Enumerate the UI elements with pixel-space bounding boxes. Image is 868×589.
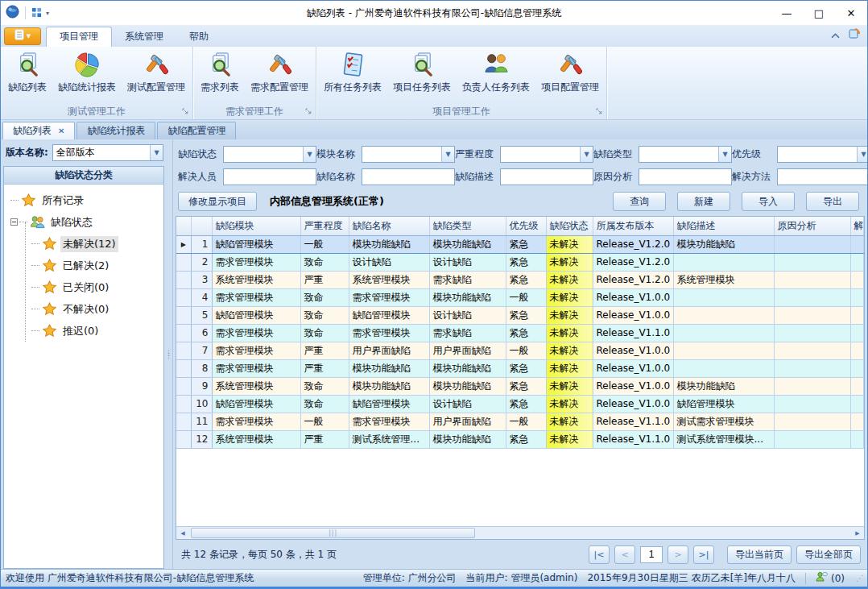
grid-cell[interactable]: 需求管理模块	[212, 324, 300, 342]
grid-cell[interactable]	[774, 430, 850, 448]
grid-cell[interactable]: 需求缺陷	[429, 271, 506, 288]
grid-cell[interactable]: 致命	[300, 377, 349, 395]
grid-cell[interactable]: 未解决	[546, 395, 593, 413]
grid-cell[interactable]: 系统管理模块	[349, 271, 429, 288]
grid-cell[interactable]	[774, 306, 850, 324]
grid-cell[interactable]: 严重	[300, 359, 349, 377]
grid-cell[interactable]: 缺陷管理模块	[212, 306, 300, 324]
grid-row[interactable]: 8需求管理模块严重模块功能缺陷模块功能缺陷紧急未解决Release_V1.0.0	[176, 359, 864, 377]
column-header[interactable]: 解决方法	[850, 217, 864, 235]
grid-cell[interactable]: 模块功能缺陷	[673, 235, 774, 253]
grid-cell[interactable]: 系统管理模块	[673, 271, 774, 288]
grid-cell[interactable]: 模块功能缺陷	[349, 377, 429, 395]
row-selector-cell[interactable]	[176, 377, 191, 395]
grid-cell[interactable]: Release_V1.0.0	[593, 288, 673, 306]
ribbon-button-owner-tasks[interactable]: 负责人任务列表	[457, 48, 535, 103]
export-all-pages-button[interactable]: 导出全部页	[796, 545, 861, 564]
grid-cell[interactable]: 未解决	[546, 253, 593, 271]
grid-cell[interactable]: 需求管理模块	[349, 288, 429, 306]
row-selector-cell[interactable]	[176, 271, 191, 288]
import-button[interactable]: 导入	[742, 192, 795, 211]
dialog-launcher-icon[interactable]	[305, 106, 312, 117]
row-selector-cell[interactable]	[176, 430, 191, 448]
grid-cell[interactable]	[673, 288, 774, 306]
grid-cell[interactable]: 设计缺陷	[429, 253, 506, 271]
grid-row[interactable]: 11需求管理模块一般需求管理模块用户界面缺陷一般未解决Release_V1.1.…	[176, 413, 864, 430]
grid-cell[interactable]: 致命	[300, 306, 349, 324]
grid-cell[interactable]	[774, 413, 850, 430]
dialog-launcher-icon[interactable]	[596, 106, 602, 117]
grid-cell[interactable]: 紧急	[506, 359, 546, 377]
grid-cell[interactable]: 一般	[300, 235, 349, 253]
grid-cell[interactable]: 未解决	[546, 235, 593, 253]
column-header[interactable]: 所属发布版本	[593, 217, 673, 235]
grid-cell[interactable]	[850, 324, 864, 342]
grid-cell[interactable]: 一般	[506, 342, 546, 359]
app-menu-button[interactable]: ▼	[4, 27, 41, 45]
column-header[interactable]: 缺陷名称	[349, 217, 429, 235]
scrollbar-track[interactable]	[189, 527, 851, 539]
next-page-button[interactable]: >	[668, 545, 688, 564]
chevron-down-icon[interactable]: ▼	[150, 145, 163, 160]
grid-cell[interactable]	[850, 306, 864, 324]
grid-cell[interactable]: 紧急	[506, 377, 546, 395]
grid-cell[interactable]: 模块功能缺陷	[429, 288, 506, 306]
column-header[interactable]: 原因分析	[774, 217, 850, 235]
filter-combo-module-name[interactable]: ▼	[362, 146, 455, 163]
grid-cell[interactable]: Release_V1.0.0	[593, 342, 673, 359]
grid-cell[interactable]: 未解决	[546, 413, 593, 430]
filter-combo-defect-type[interactable]: ▼	[639, 146, 732, 163]
grid-cell[interactable]: 模块功能缺陷	[349, 235, 429, 253]
grid-row[interactable]: 2需求管理模块致命设计缺陷设计缺陷紧急未解决Release_V1.2.0	[176, 253, 864, 271]
row-selector-cell[interactable]	[176, 288, 191, 306]
version-select[interactable]: 全部版本 ▼	[52, 144, 163, 161]
column-header[interactable]: 严重程度	[300, 217, 349, 235]
grid-cell[interactable]: 一般	[300, 413, 349, 430]
chevron-down-icon[interactable]: ▼	[441, 147, 454, 162]
doc-tab-defect-config[interactable]: 缺陷配置管理	[157, 122, 236, 139]
doc-tab-defect-list[interactable]: 缺陷列表 ✕	[2, 122, 75, 139]
filter-combo-defect-status[interactable]: ▼	[223, 146, 316, 163]
tree-item-resolved[interactable]: 已解决(2)	[4, 255, 163, 276]
grid-row[interactable]: ▶1缺陷管理模块一般模块功能缺陷模块功能缺陷紧急未解决Release_V1.2.…	[176, 235, 864, 253]
grid-cell[interactable]	[850, 395, 864, 413]
ribbon-button-defect-report[interactable]: 缺陷统计报表	[52, 48, 122, 103]
ribbon-button-project-config[interactable]: 项目配置管理	[535, 48, 605, 103]
grid-cell[interactable]: 设计缺陷	[349, 253, 429, 271]
first-page-button[interactable]: |<	[589, 545, 610, 564]
grid-cell[interactable]	[673, 342, 774, 359]
grid-cell[interactable]: 缺陷管理模块	[212, 395, 300, 413]
chevron-down-icon[interactable]: ▼	[857, 147, 868, 162]
grid-cell[interactable]	[774, 271, 850, 288]
grid-cell[interactable]: 缺陷管理模块	[673, 395, 774, 413]
grid-cell[interactable]	[673, 324, 774, 342]
ribbon-button-project-tasks[interactable]: 项目任务列表	[387, 48, 457, 103]
grid-cell[interactable]: 严重	[300, 271, 349, 288]
grid-cell[interactable]: 缺陷管理模块	[349, 306, 429, 324]
grid-cell[interactable]: 需求管理模块	[212, 288, 300, 306]
tree-item-wont-fix[interactable]: 不解决(0)	[4, 298, 163, 320]
grid-cell[interactable]	[673, 359, 774, 377]
grid-cell[interactable]: 一般	[506, 413, 546, 430]
grid-cell[interactable]: 紧急	[506, 430, 546, 448]
doc-tab-defect-report[interactable]: 缺陷统计报表	[76, 122, 155, 139]
page-number-input[interactable]	[640, 546, 663, 563]
grid-cell[interactable]	[850, 342, 864, 359]
grid-cell[interactable]: 用户界面缺陷	[349, 342, 429, 359]
chevron-down-icon[interactable]: ▼	[303, 147, 316, 162]
dialog-launcher-icon[interactable]	[182, 106, 188, 117]
scroll-right-icon[interactable]: ▶	[851, 527, 864, 539]
grid-cell[interactable]: 紧急	[506, 395, 546, 413]
grid-cell[interactable]: 模块功能缺陷	[429, 430, 506, 448]
grid-cell[interactable]: 设计缺陷	[429, 306, 506, 324]
grid-cell[interactable]: 未解决	[546, 342, 593, 359]
grid-cell[interactable]: 严重	[300, 342, 349, 359]
grid-row[interactable]: 12系统管理模块严重测试系统管理...模块功能缺陷紧急未解决Release_V1…	[176, 430, 864, 448]
grid-cell[interactable]	[673, 253, 774, 271]
grid-cell[interactable]: 用户界面缺陷	[429, 413, 506, 430]
grid-cell[interactable]	[774, 395, 850, 413]
scroll-left-icon[interactable]: ◀	[176, 527, 189, 539]
grid-cell[interactable]: 需求管理模块	[212, 413, 300, 430]
grid-cell[interactable]: 致命	[300, 395, 349, 413]
grid-row[interactable]: 5缺陷管理模块致命缺陷管理模块设计缺陷紧急未解决Release_V1.0.0	[176, 306, 864, 324]
